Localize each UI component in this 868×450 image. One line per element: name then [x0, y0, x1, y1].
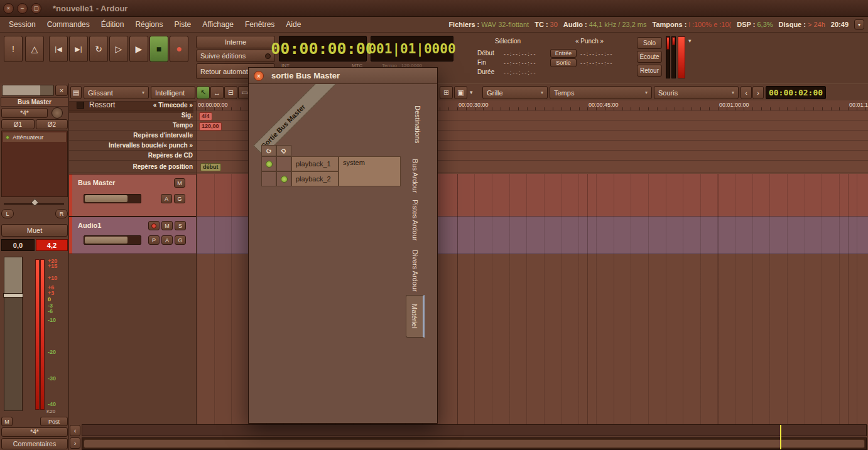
group-button[interactable]: G: [174, 194, 185, 203]
matrix-cell-l-playback2[interactable]: [261, 171, 276, 186]
ruler-label-range-markers[interactable]: Repères d'intervalle: [69, 131, 196, 141]
strip-close-button[interactable]: ×: [55, 85, 68, 96]
matrix-cell-r-playback1[interactable]: [276, 156, 291, 171]
save-view-button[interactable]: ▣: [454, 86, 467, 99]
cut-tool-button[interactable]: ⊟: [224, 86, 237, 99]
ruler-label-location-markers[interactable]: Repères de position: [69, 161, 196, 173]
ruler-label-timecode[interactable]: « Timecode »: [69, 100, 196, 110]
views-caret-icon[interactable]: ▾: [470, 89, 473, 95]
selection-start-value[interactable]: - - : - - : - - : - -: [504, 51, 535, 57]
feedback-button[interactable]: Retour: [637, 65, 662, 77]
tempo-marker[interactable]: 120,00: [199, 122, 222, 131]
track-gain-fader[interactable]: [84, 194, 141, 203]
playlist-button[interactable]: P: [148, 235, 160, 245]
track-name[interactable]: Audio1: [78, 222, 101, 229]
punch-out-button[interactable]: Sortie: [550, 58, 577, 67]
ruler-label-sig[interactable]: Sig.: [69, 110, 196, 121]
stop-button[interactable]: ■: [149, 36, 168, 62]
mute-track-button[interactable]: M: [161, 221, 173, 230]
grab-tool-button[interactable]: ↖: [197, 86, 210, 99]
summary-next-button[interactable]: ›: [70, 437, 80, 449]
dialog-titleb[interactable]: × sortie Bus Master: [249, 68, 437, 84]
automation-button[interactable]: A: [161, 235, 173, 245]
matrix-cell-l-playback1[interactable]: [261, 156, 276, 171]
summary-prev-button[interactable]: ‹: [70, 425, 80, 436]
automation-button[interactable]: A: [161, 194, 172, 203]
menu-session[interactable]: Session: [4, 18, 41, 31]
close-window-button[interactable]: ×: [3, 3, 14, 14]
phase-invert-1-button[interactable]: Ø1: [1, 119, 35, 129]
pan-widget[interactable]: [1, 198, 68, 208]
comments-button[interactable]: Commentaires: [1, 438, 68, 449]
strip-output-button[interactable]: *4*: [1, 427, 68, 437]
go-to-end-button[interactable]: ▶|: [69, 36, 88, 62]
midi-panic-button[interactable]: !: [4, 36, 23, 62]
punch-in-value[interactable]: - - : - - : - - : - -: [580, 51, 612, 57]
loop-button[interactable]: ↻: [89, 36, 108, 62]
menu-aide[interactable]: Aide: [281, 18, 306, 31]
ruler-label-cd-markers[interactable]: Repères de CD: [69, 151, 196, 161]
trim-knob[interactable]: [52, 107, 63, 119]
processor-active-led[interactable]: [6, 136, 9, 139]
ruler-label-loop-punch[interactable]: Intervalles boucle/« punch »: [69, 141, 196, 151]
track-header-audio1[interactable]: Audio1 M S P A G: [69, 217, 196, 254]
strip-name-label[interactable]: Bus Master: [1, 97, 68, 107]
primary-clock[interactable]: 00:00:00:00: [279, 36, 367, 62]
menu-fenetres[interactable]: Fenêtres: [240, 18, 279, 31]
meter-type-label[interactable]: K20: [46, 409, 55, 414]
meter-caret-icon[interactable]: ▾: [688, 38, 692, 44]
grid-dropdown[interactable]: Grille▾: [482, 86, 548, 99]
punch-in-button[interactable]: Entrée: [550, 49, 577, 58]
pan-handle[interactable]: [31, 198, 39, 206]
menu-piste[interactable]: Piste: [169, 18, 196, 31]
follow-edits-toggle[interactable]: Suivre éditions: [196, 50, 275, 62]
audition-button[interactable]: Écoute: [637, 51, 662, 63]
sync-source-button[interactable]: Interne: [196, 36, 275, 48]
maximize-window-button[interactable]: ▢: [31, 3, 41, 14]
record-button[interactable]: ●: [170, 36, 188, 62]
meter-marker[interactable]: 4/4: [199, 112, 212, 121]
gain-fader-track[interactable]: [4, 257, 23, 411]
track-header-bus-master[interactable]: Bus Master M A G: [69, 174, 196, 217]
group-button[interactable]: G: [175, 235, 186, 245]
minimize-window-button[interactable]: –: [17, 3, 28, 14]
metering-m-button[interactable]: M: [1, 417, 13, 426]
menu-commandes[interactable]: Commandes: [42, 18, 95, 31]
edit-point-clock[interactable]: 00:00:02:00: [766, 86, 826, 99]
gain-display[interactable]: 0,0: [1, 239, 35, 251]
gain-fader-handle[interactable]: [3, 293, 23, 297]
port-label-playback2[interactable]: playback_2: [291, 171, 339, 186]
selection-end-value[interactable]: - - : - - : - - : - -: [504, 60, 535, 67]
port-label-playback1[interactable]: playback_1: [291, 156, 339, 171]
edit-mode-dropdown[interactable]: Glissant▾: [84, 86, 149, 99]
go-to-start-button[interactable]: |◀: [49, 36, 68, 62]
tab-materiel[interactable]: Matériel: [406, 295, 425, 338]
processor-fader-entry[interactable]: Atténuateur: [3, 132, 66, 142]
nav-prev-button[interactable]: ‹: [741, 86, 752, 99]
menu-affichage[interactable]: Affichage: [197, 18, 239, 31]
processor-box[interactable]: Atténuateur: [1, 131, 68, 197]
mute-button[interactable]: Muet: [1, 224, 68, 237]
grid-units-dropdown[interactable]: Temps▾: [550, 86, 652, 99]
horizontal-scrollbar[interactable]: [82, 437, 867, 450]
smart-mode-dropdown[interactable]: Intelligent: [151, 86, 195, 99]
mute-track-button[interactable]: M: [174, 178, 185, 188]
secondary-clock[interactable]: 001|01|0000: [371, 36, 453, 62]
connection-dot[interactable]: [281, 176, 288, 183]
location-marker-start[interactable]: début: [200, 163, 221, 171]
tab-bus-ardour[interactable]: Bus Ardour: [406, 156, 425, 196]
phase-invert-2-button[interactable]: Ø2: [36, 119, 68, 129]
strip-width-slider[interactable]: [2, 85, 54, 96]
peak-display[interactable]: 4,2: [36, 239, 68, 251]
scrollbar-handle[interactable]: [84, 439, 865, 448]
play-button[interactable]: ▶: [129, 36, 148, 62]
tab-divers-ardour[interactable]: Divers Ardour: [406, 247, 425, 294]
editor-mixer-toggle[interactable]: ▤: [70, 86, 82, 99]
menu-regions[interactable]: Régions: [130, 18, 168, 31]
selection-duration-value[interactable]: - - : - - : - - : - -: [504, 70, 535, 76]
range-tool-button[interactable]: ↔: [210, 86, 224, 99]
solo-track-button[interactable]: S: [175, 221, 186, 230]
record-arm-button[interactable]: [148, 221, 160, 230]
zoom-tool-button[interactable]: ⊞: [440, 86, 453, 99]
dialog-close-button[interactable]: ×: [254, 71, 264, 81]
